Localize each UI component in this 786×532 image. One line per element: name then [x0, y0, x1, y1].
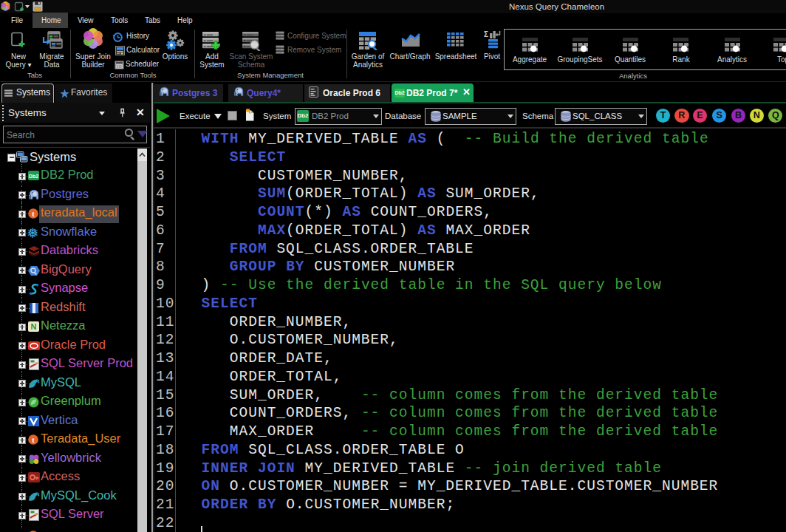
- svg-text:Σ: Σ: [484, 30, 488, 38]
- svg-text:Db2: Db2: [29, 174, 38, 179]
- svg-text:N: N: [31, 322, 37, 331]
